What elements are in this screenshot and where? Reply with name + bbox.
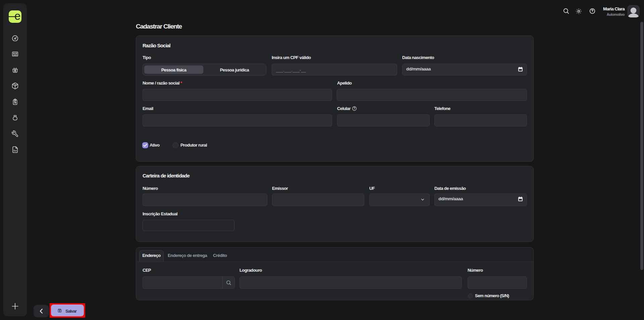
svg-text:e: e bbox=[14, 10, 20, 22]
